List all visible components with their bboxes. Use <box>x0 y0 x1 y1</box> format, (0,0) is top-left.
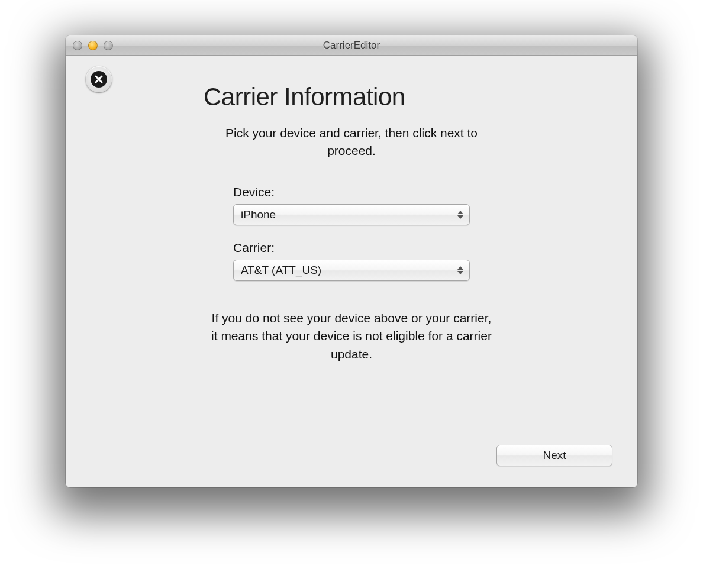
updown-arrows-icon <box>457 266 463 274</box>
app-window: CarrierEditor Carrier Information Pick y… <box>66 35 637 487</box>
close-badge-button[interactable] <box>86 66 112 92</box>
carrier-label: Carrier: <box>233 241 470 255</box>
device-select-value: iPhone <box>241 208 276 221</box>
device-group: Device: iPhone <box>204 185 499 225</box>
content-area: Carrier Information Pick your device and… <box>66 56 637 487</box>
next-button[interactable]: Next <box>496 445 612 466</box>
traffic-lights <box>73 41 113 50</box>
window-zoom-button[interactable] <box>104 41 113 50</box>
window-title: CarrierEditor <box>66 40 637 51</box>
main-column: Carrier Information Pick your device and… <box>204 72 499 363</box>
window-close-button[interactable] <box>73 41 82 50</box>
hint-text: If you do not see your device above or y… <box>204 309 499 363</box>
carrier-select[interactable]: AT&T (ATT_US) <box>233 260 470 281</box>
carrier-select-value: AT&T (ATT_US) <box>241 264 321 277</box>
updown-arrows-icon <box>457 211 463 219</box>
device-label: Device: <box>233 185 470 199</box>
titlebar[interactable]: CarrierEditor <box>66 35 637 56</box>
carrier-group: Carrier: AT&T (ATT_US) <box>204 241 499 281</box>
window-minimize-button[interactable] <box>88 41 98 50</box>
footer: Next <box>496 445 612 466</box>
close-icon <box>91 71 107 88</box>
page-heading: Carrier Information <box>204 83 499 111</box>
page-subtitle: Pick your device and carrier, then click… <box>204 124 499 160</box>
device-select[interactable]: iPhone <box>233 204 470 225</box>
